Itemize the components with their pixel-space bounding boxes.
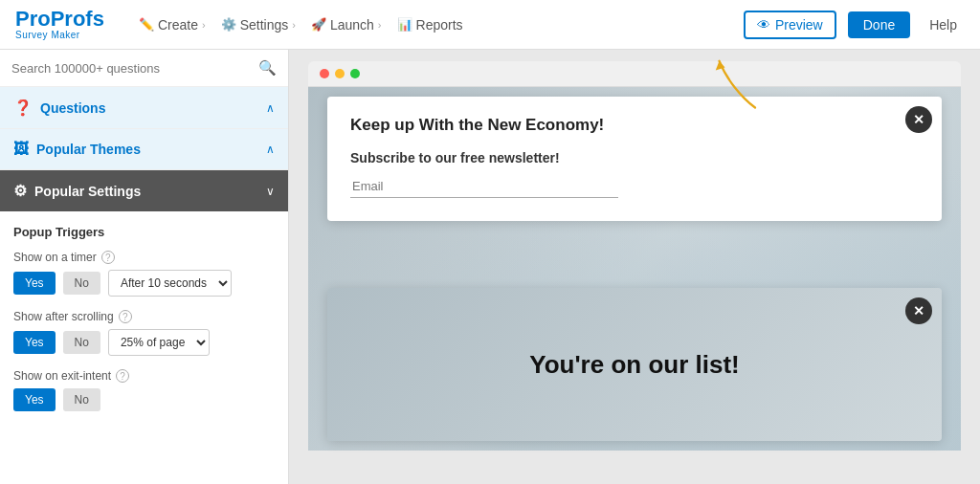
scroll-no-button[interactable]: No xyxy=(63,331,100,354)
main-content: Keep up With the New Economy! Subscribe … xyxy=(289,50,980,484)
main-layout: 🔍 ❓ Questions ∧ 🖼 Popular Themes ∧ xyxy=(0,50,980,484)
timer-yes-button[interactable]: Yes xyxy=(13,272,56,295)
browser-dot-green xyxy=(350,69,360,78)
chevron-right-icon: › xyxy=(202,19,206,31)
settings-chevron-icon: ∨ xyxy=(266,185,275,198)
exit-label-text: Show on exit-intent xyxy=(13,369,111,383)
popup-triggers-title: Popup Triggers xyxy=(13,225,275,239)
logo: ProProfs Survey Maker xyxy=(15,9,104,40)
browser-chrome xyxy=(308,61,961,87)
popup-email-input[interactable] xyxy=(350,175,618,198)
nav-preview-button[interactable]: 👁 Preview xyxy=(744,11,836,39)
search-icon: 🔍 xyxy=(258,59,277,77)
scroll-yes-button[interactable]: Yes xyxy=(13,331,56,354)
popular-settings-header-left: ⚙ Popular Settings xyxy=(13,182,141,200)
questions-icon: ❓ xyxy=(13,99,33,117)
scroll-toggle-group: Yes No 25% of page xyxy=(13,329,275,356)
scroll-help-icon[interactable]: ? xyxy=(119,310,132,323)
nav-bar: ✏️ Create › ⚙️ Settings › 🚀 Launch › 📊 R… xyxy=(133,11,965,39)
popular-themes-header[interactable]: 🖼 Popular Themes ∧ xyxy=(0,129,288,169)
logo-pro-part: Pro xyxy=(15,7,51,31)
timer-label-text: Show on a timer xyxy=(13,251,97,264)
popup-top: Keep up With the New Economy! Subscribe … xyxy=(327,97,942,221)
exit-trigger-row: Show on exit-intent ? Yes No xyxy=(13,369,275,411)
questions-header-left: ❓ Questions xyxy=(13,99,105,117)
header: ProProfs Survey Maker ✏️ Create › ⚙️ Set… xyxy=(0,0,980,50)
popup-triggers: Popup Triggers Show on a timer ? Yes No … xyxy=(0,211,288,438)
popular-themes-header-left: 🖼 Popular Themes xyxy=(13,141,141,158)
chevron-right-icon-2: › xyxy=(292,19,296,31)
pencil-icon: ✏️ xyxy=(139,17,154,32)
nav-create-label: Create xyxy=(158,17,198,33)
scroll-trigger-label: Show after scrolling ? xyxy=(13,310,275,323)
exit-help-icon[interactable]: ? xyxy=(116,369,129,383)
popular-settings-section: ⚙ Popular Settings ∨ Popup Triggers Show… xyxy=(0,170,288,438)
chevron-right-icon-3: › xyxy=(378,19,382,31)
themes-chevron-icon: ∧ xyxy=(266,143,275,156)
nav-launch-label: Launch xyxy=(330,17,374,33)
settings-gear-icon: ⚙ xyxy=(13,182,27,200)
questions-section: ❓ Questions ∧ xyxy=(0,87,288,129)
nav-help-button[interactable]: Help xyxy=(922,13,965,36)
questions-label: Questions xyxy=(40,100,105,116)
timer-select[interactable]: After 10 seconds xyxy=(108,270,232,297)
nav-reports[interactable]: 📊 Reports xyxy=(391,13,469,36)
timer-toggle-group: Yes No After 10 seconds xyxy=(13,270,275,297)
timer-trigger-row: Show on a timer ? Yes No After 10 second… xyxy=(13,251,275,297)
logo-text: ProProfs xyxy=(15,9,104,30)
nav-launch[interactable]: 🚀 Launch › xyxy=(305,13,388,36)
nav-preview-label: Preview xyxy=(775,17,823,33)
nav-done-button[interactable]: Done xyxy=(848,11,910,38)
rocket-icon: 🚀 xyxy=(311,17,326,32)
exit-yes-button[interactable]: Yes xyxy=(13,388,56,411)
popup-bottom: You're on our list! ✕ xyxy=(327,288,942,441)
scroll-select[interactable]: 25% of page xyxy=(108,329,210,356)
exit-trigger-label: Show on exit-intent ? xyxy=(13,369,275,383)
exit-toggle-group: Yes No xyxy=(13,388,275,411)
timer-trigger-label: Show on a timer ? xyxy=(13,251,275,264)
nav-create[interactable]: ✏️ Create › xyxy=(133,13,212,36)
popular-themes-label: Popular Themes xyxy=(36,142,141,157)
popup-top-subtitle: Subscribe to our free newsletter! xyxy=(350,150,919,165)
browser-dot-yellow xyxy=(335,69,345,78)
popup-bottom-text: You're on our list! xyxy=(529,350,739,380)
chart-icon: 📊 xyxy=(397,17,412,32)
popup-top-close-button[interactable]: ✕ xyxy=(905,106,932,133)
popup-top-title: Keep up With the New Economy! xyxy=(350,116,919,135)
popular-themes-section: 🖼 Popular Themes ∧ xyxy=(0,129,288,170)
timer-no-button[interactable]: No xyxy=(63,272,100,295)
popular-settings-header[interactable]: ⚙ Popular Settings ∨ xyxy=(0,170,288,211)
themes-icon: 🖼 xyxy=(13,141,29,158)
browser-dot-red xyxy=(320,69,329,78)
logo-tagline: Survey Maker xyxy=(15,30,104,40)
preview-area: Keep up With the New Economy! Subscribe … xyxy=(308,87,961,451)
nav-reports-label: Reports xyxy=(416,17,463,33)
eye-icon: 👁 xyxy=(757,17,770,33)
sidebar: 🔍 ❓ Questions ∧ 🖼 Popular Themes ∧ xyxy=(0,50,289,484)
exit-no-button[interactable]: No xyxy=(63,388,100,411)
search-bar: 🔍 xyxy=(0,50,288,87)
timer-help-icon[interactable]: ? xyxy=(101,251,115,264)
scroll-trigger-row: Show after scrolling ? Yes No 25% of pag… xyxy=(13,310,275,356)
popular-settings-label: Popular Settings xyxy=(34,184,141,199)
questions-chevron-icon: ∧ xyxy=(266,101,275,115)
questions-header[interactable]: ❓ Questions ∧ xyxy=(0,87,288,128)
logo-profs-part: Profs xyxy=(51,7,104,31)
search-input[interactable] xyxy=(11,61,258,76)
popup-bottom-close-button[interactable]: ✕ xyxy=(905,297,932,324)
nav-settings-label: Settings xyxy=(240,17,289,33)
gear-icon: ⚙️ xyxy=(221,17,236,32)
scroll-label-text: Show after scrolling xyxy=(13,310,114,323)
nav-settings[interactable]: ⚙️ Settings › xyxy=(215,13,301,36)
